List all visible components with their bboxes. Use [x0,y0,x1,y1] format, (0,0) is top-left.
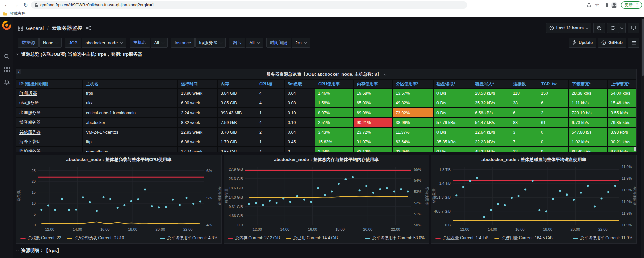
legend-item[interactable]: 总5分钟负载 Current: 0.810 [67,235,124,241]
breadcrumb-folder[interactable]: General [26,25,44,31]
bookmarks-folder-label[interactable]: 收藏夹栏 [10,11,26,16]
variable-value-dropdown[interactable]: All [246,38,263,48]
table-header-cell[interactable]: IP (链接到明细) [16,80,82,88]
zoom-out-button[interactable] [593,23,605,33]
grafana-logo[interactable] [0,18,13,33]
legend-series-marker [365,238,370,239]
legend-item[interactable]: 总核数 Current: 22 [20,235,61,241]
table-header-cell[interactable]: 内存 [218,80,256,88]
reload-icon[interactable]: ↻ [21,1,30,9]
table-cell: 13 [510,147,538,152]
table-header-cell[interactable]: 上传带宽* [608,80,637,88]
table-header-cell[interactable]: 内存使用率 [354,80,392,88]
ip-link[interactable]: 监控服务器 [16,147,82,152]
hamburger-menu-button[interactable] [628,38,639,48]
table-cell: 68.40 kb/s [569,147,607,152]
back-icon[interactable]: ← [2,1,11,9]
table-cell: 61 [538,118,568,127]
table-cell: 1.79 GiB [218,137,256,146]
table-header-cell[interactable]: 运行时间 [178,80,217,88]
update-link-button[interactable]: Update [569,38,596,48]
table-header-cell[interactable]: CPU使用率 [315,80,353,88]
svg-text:18:00: 18:00 [543,227,552,231]
ip-link[interactable]: frp服务器 [16,89,82,98]
legend-item[interactable]: 总已用 Current: 14.4 GiB [286,235,338,241]
ip-link[interactable]: 博客服务器 [16,118,82,127]
legend-item[interactable]: 总平均使用率 Current: 4.8% [160,235,217,241]
panel-info-icon[interactable]: i [16,69,21,74]
variable-value-dropdown[interactable]: All [151,38,168,48]
table-header-cell[interactable]: 主机名 [83,80,177,88]
table-cell: 1.02 kb/s [569,137,607,146]
breadcrumb-dashboard-title[interactable]: 云服务器监控 [52,25,82,31]
chart-plot-area[interactable]: 12:0014:0016:0018:0020:0022:000510152025… [16,164,221,232]
breadcrumb-separator: / [46,25,49,31]
table-cell: 723.19 b/s [569,108,607,117]
table-header-cell[interactable]: TCP_tw [538,80,568,88]
share-icon[interactable] [586,2,592,8]
chart-plot-area[interactable]: 12:0014:0016:0018:0020:0022:000 B4.66 Gi… [224,164,429,232]
search-icon[interactable] [0,50,13,63]
ip-link[interactable]: 海外下载站 [16,137,82,146]
legend-item[interactable]: 总内存 Current: 27.2 GiB [228,235,280,241]
variable-value-dropdown[interactable]: 2m [292,38,310,48]
time-range-picker[interactable]: Last 12 hours [546,23,591,33]
table-cell: 3.65 GiB [218,147,256,152]
address-bar[interactable]: grafana.frps.cn/d/9CWBz0bik/yun-fu-wu-qi… [31,1,467,9]
table-header-cell[interactable]: 分区使用率* [393,80,433,88]
table-panel-title[interactable]: 服务器资源总览表【JOB: abcdocker_node, 主机总数: 8】 [16,69,636,79]
table-cell: 1.58% [315,98,353,108]
browser-update-button[interactable]: 更新 ⋮ [621,1,642,9]
alerting-bell-icon[interactable] [0,76,13,88]
kiosk-mode-button[interactable] [628,23,639,33]
table-header-cell[interactable]: 磁盘读取* [434,80,472,88]
variable-value: 2m [295,40,302,45]
share-dashboard-icon[interactable] [86,26,91,30]
table-cell: 3.93 kb/s [608,128,637,137]
grafana-app: General / 云服务器监控 Last 12 hours [0,18,644,258]
bookmarks-bar: 收藏夹栏 [0,10,644,17]
ip-link[interactable]: ukx服务器 [16,98,82,108]
profile-avatar[interactable] [611,2,617,8]
svg-text:18:00: 18:00 [335,227,345,231]
refresh-button[interactable] [607,23,618,33]
chevron-down-icon [586,26,588,29]
page-scrollbar[interactable] [641,18,644,258]
forward-icon[interactable]: → [11,1,21,9]
ip-link[interactable]: 吴依服务器 [16,128,82,137]
variable-label: Instance [171,38,195,48]
variable-value-dropdown[interactable]: abcdocker_node [82,38,126,48]
row-header-detail[interactable]: 资源明细：【frps】 [17,248,61,254]
page-scrollbar-thumb[interactable] [642,19,644,76]
table-cell: 4 [256,147,284,152]
chart-title[interactable]: abcdocker_node：整体总内存与整体平均内存使用率 [224,155,429,164]
table-header-cell[interactable]: 5m负载 [285,80,315,88]
browser-menu-icon[interactable]: ⋮ [635,3,639,7]
chart-plot-area[interactable]: 12:0014:0016:0018:0020:0022:000 B465.7 G… [431,164,636,232]
table-header-cell[interactable]: 连接数 [510,80,538,88]
table-cell: 17.74 week [178,147,217,152]
legend-series-label: 总已用 Current: 14.4 GiB [293,235,338,241]
table-scrollbar-thumb[interactable] [634,147,636,151]
legend-item[interactable]: 总使用量 Current: 164.5 GiB [494,235,552,241]
row-header-overview[interactable]: 资源总览 (关联JOB项) 当前选中主机: frps，实例: frp服务器 [17,51,142,57]
legend-item[interactable]: 总平均使用率 Current: 11.9% [573,235,632,241]
refresh-interval-dropdown[interactable] [618,23,626,33]
ip-link[interactable]: 出国服务器 [16,108,82,117]
side-panel-icon[interactable] [603,3,608,7]
legend-series-marker [494,238,499,239]
table-cell: 3.84 GiB [218,89,256,98]
legend-item[interactable]: 总平均使用率 Current: 53.0% [365,235,425,241]
table-header-cell[interactable]: CPU核 [256,80,284,88]
variable-value-dropdown[interactable]: None [39,38,62,48]
table-cell: prometheus [83,147,177,152]
variable-value-dropdown[interactable]: frp服务器 [195,38,226,48]
chart-title[interactable]: abcdocker_node：整体总负载与整体平均CPU使用率 [16,155,221,164]
dashboards-icon[interactable] [0,63,13,76]
bookmark-star-icon[interactable]: ☆ [595,2,599,8]
legend-item[interactable]: 总磁盘量 Current: 1.4 TiB [435,235,488,241]
github-link-button[interactable]: ? GitHub [598,38,626,48]
table-header-cell[interactable]: 下载带宽* [569,80,607,88]
table-header-cell[interactable]: 磁盘写入* [472,80,510,88]
chart-title[interactable]: abcdocker_node：整体总磁盘与整体平均磁盘使用率 [431,155,636,164]
